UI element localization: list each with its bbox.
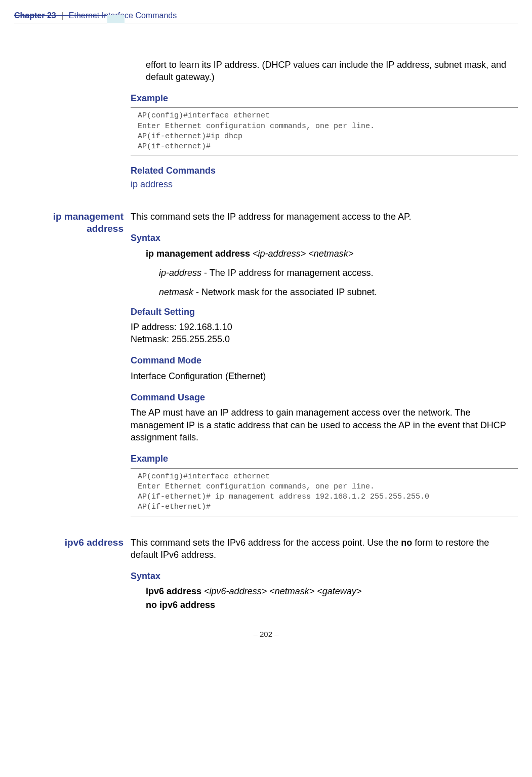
command-mode-text: Interface Configuration (Ethernet) — [131, 370, 518, 382]
ipv6-syntax-bold: ipv6 address — [146, 586, 201, 596]
intro-paragraph: effort to learn its IP address. (DHCP va… — [146, 59, 518, 84]
page-footer: – 202 – — [0, 618, 532, 649]
syntax-heading: Syntax — [131, 232, 518, 244]
ipv6-desc-no: no — [401, 538, 412, 548]
ipv6-description: This command sets the IPv6 address for t… — [131, 537, 518, 561]
related-commands-heading: Related Commands — [131, 165, 518, 177]
syntax-cmd-bold: ip management address — [146, 249, 250, 259]
param1-desc: - The IP address for management access. — [201, 268, 374, 278]
default-netmask-line: Netmask: 255.255.255.0 — [131, 333, 518, 345]
sidebar-ip-mgmt-l1: ip management — [14, 211, 124, 223]
ip-mgmt-description: This command sets the IP address for man… — [131, 211, 518, 223]
param1-name: ip-address — [159, 268, 201, 278]
related-command-link[interactable]: ip address — [131, 178, 518, 190]
header-accent-tab — [107, 15, 125, 23]
header-accent-line — [14, 15, 107, 16]
param2-name: netmask — [159, 287, 193, 297]
ipv6-syntax-line1: ipv6 address <ipv6-address> <netmask> <g… — [146, 585, 518, 597]
command-title-ip-management: ip management address — [14, 211, 131, 536]
ipv6-desc-p1: This command sets the IPv6 address for t… — [131, 538, 401, 548]
syntax-param-1: ip-address - The IP address for manageme… — [159, 267, 518, 279]
ipv6-syntax-args: <ipv6-address> <netmask> <gateway> — [204, 586, 361, 596]
ipv6-syntax-heading: Syntax — [131, 570, 518, 582]
command-usage-heading: Command Usage — [131, 391, 518, 403]
command-title-ipv6: ipv6 address — [14, 537, 131, 618]
default-setting-heading: Default Setting — [131, 306, 518, 318]
page-header: Chapter 23 | Ethernet Interface Commands — [0, 0, 532, 23]
command-usage-text: The AP must have an IP address to gain m… — [131, 406, 518, 443]
sidebar-ip-mgmt-l2: address — [14, 223, 124, 235]
default-ip-line: IP address: 192.168.1.10 — [131, 321, 518, 333]
code-example-2: AP(config)#interface ethernet Enter Ethe… — [131, 468, 518, 516]
param2-desc: - Network mask for the associated IP sub… — [193, 287, 377, 297]
syntax-command-line: ip management address <ip-address> <netm… — [146, 248, 518, 260]
command-mode-heading: Command Mode — [131, 354, 518, 366]
syntax-param-2: netmask - Network mask for the associate… — [159, 286, 518, 298]
example-heading-1: Example — [131, 92, 518, 104]
syntax-cmd-args: <ip-address> <netmask> — [253, 249, 353, 259]
ipv6-syntax-line2: no ipv6 address — [146, 599, 518, 611]
example-heading-2: Example — [131, 453, 518, 465]
code-example-1: AP(config)#interface ethernet Enter Ethe… — [131, 107, 518, 155]
